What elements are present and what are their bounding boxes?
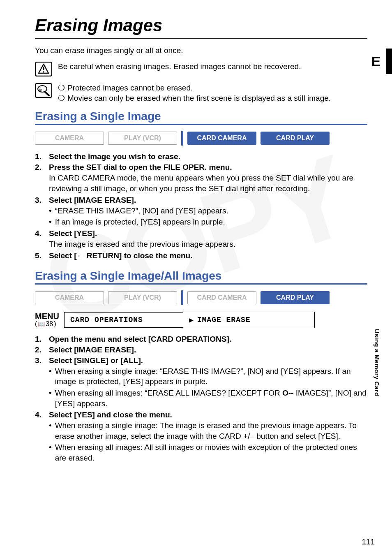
step-title: Select [← RETURN] to close the menu. [49,251,367,260]
warning-icon [35,62,52,76]
step-title: Select [IMAGE ERASE]. [49,345,367,354]
step-title: Select [IMAGE ERASE]. [49,196,367,205]
step-number: 4. [35,410,49,463]
step-bullet: “ERASE THIS IMAGE?”, [NO] and [YES] appe… [55,206,228,216]
note-list: ❍Protected images cannot be erased. ❍Mov… [58,83,367,103]
mode-card-play: CARD PLAY [261,132,330,145]
svg-rect-1 [43,67,44,70]
mode-divider [181,131,183,146]
step-number: 3. [35,356,49,409]
intro-text: You can erase images singly or all at on… [35,46,367,55]
section-heading: Erasing a Single Image/All Images [35,269,367,285]
step-number: 4. [35,229,49,250]
note-item: Movies can only be erased when the first… [67,93,331,104]
mode-camera: CAMERA [35,132,104,145]
step-bullet: When erasing all images: All still image… [55,442,367,463]
menu-ref: (📖 38) [35,320,59,328]
step-bullet: If an image is protected, [YES] appears … [55,217,225,227]
step-number: 5. [35,251,49,260]
svg-point-2 [43,71,44,73]
step-detail: The image is erased and the previous ima… [49,239,367,250]
step-number: 2. [35,345,49,354]
lock-key-icon: O‑‑ [282,389,293,397]
step-title: Select [YES] and close the menu. [49,410,367,419]
menu-box: ▶ IMAGE ERASE [183,312,315,328]
menu-box: CARD OPERATIONS [64,312,183,328]
menu-label: MENU [35,312,59,320]
mode-card-camera: CARD CAMERA [187,291,256,304]
page-title: Erasing Images [35,16,367,39]
step-title: Open the menu and select [CARD OPERATION… [49,335,367,344]
play-arrow-icon: ▶ [189,315,194,324]
mode-play-vcr: PLAY (VCR) [108,132,177,145]
mode-row: CAMERA PLAY (VCR) CARD CAMERA CARD PLAY [35,131,367,146]
warning-text: Be careful when erasing images. Erased i… [58,62,367,72]
step-title: Select the image you wish to erase. [49,152,367,161]
step-number: 1. [35,335,49,344]
step-detail: In CARD CAMERA mode, the menu appears wh… [49,173,367,194]
mode-card-camera: CARD CAMERA [187,132,256,145]
step-title: Select [SINGLE] or [ALL]. [49,356,367,365]
step-bullet: When erasing a single image: The image i… [55,420,367,441]
section-heading: Erasing a Single Image [35,110,367,125]
step-bullet: When erasing a single image: “ERASE THIS… [55,366,367,387]
book-icon: 📖 [38,321,45,327]
mode-card-play: CARD PLAY [261,291,330,304]
step-title: Press the SET dial to open the FILE OPER… [49,163,367,172]
step-title: Select [YES]. [49,229,367,238]
step-number: 2. [35,163,49,194]
mode-row: CAMERA PLAY (VCR) CARD CAMERA CARD PLAY [35,290,367,305]
return-arrow-icon: ← [77,251,85,260]
page-number: 111 [362,537,375,546]
mode-divider [181,290,183,305]
menu-path: MENU (📖 38) CARD OPERATIONS ▶ IMAGE ERAS… [35,312,367,328]
step-bullet: When erasing all images: “ERASE ALL IMAG… [55,388,367,409]
step-number: 1. [35,152,49,161]
mode-play-vcr: PLAY (VCR) [108,291,177,304]
note-icon [35,83,52,98]
mode-camera: CAMERA [35,291,104,304]
note-item: Protected images cannot be erased. [67,83,193,93]
svg-point-4 [38,86,47,92]
step-number: 3. [35,196,49,227]
